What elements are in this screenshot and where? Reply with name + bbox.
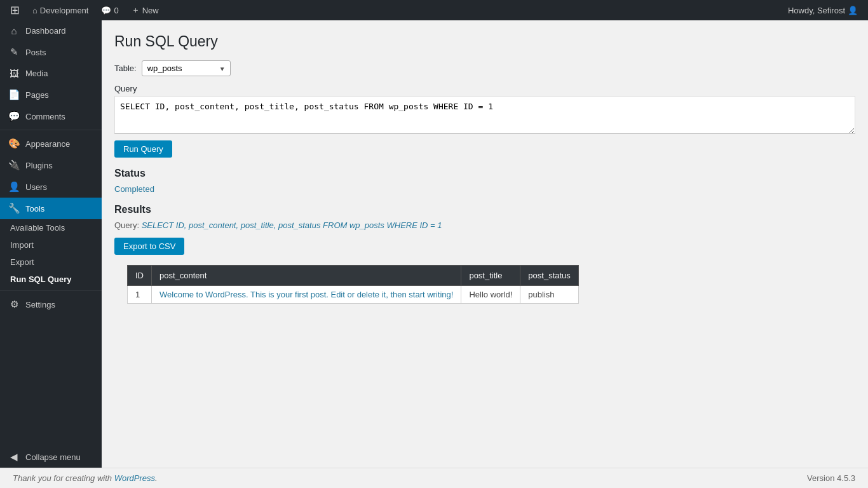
collapse-icon: ◀ bbox=[8, 451, 20, 463]
table-row: 1 Welcome to WordPress. This is your fir… bbox=[128, 286, 579, 304]
comments-button[interactable]: 💬 0 bbox=[96, 0, 123, 20]
cell-post-content: Welcome to WordPress. This is your first… bbox=[152, 286, 461, 304]
query-display: Query: SELECT ID, post_content, post_tit… bbox=[114, 220, 855, 230]
results-title: Results bbox=[114, 204, 855, 215]
query-display-text: SELECT ID, post_content, post_title, pos… bbox=[142, 220, 442, 230]
collapse-label: Collapse menu bbox=[25, 452, 81, 462]
sidebar-item-pages[interactable]: 📄 Pages bbox=[0, 84, 102, 105]
sidebar-item-label: Pages bbox=[25, 90, 49, 100]
export-to-csv-button[interactable]: Export to CSV bbox=[114, 238, 184, 255]
query-label: Query bbox=[114, 84, 855, 93]
sidebar-divider bbox=[0, 130, 102, 130]
new-content-button[interactable]: ＋ New bbox=[126, 0, 164, 20]
site-name: Development bbox=[40, 6, 89, 15]
sidebar-item-label: Users bbox=[25, 182, 47, 192]
sidebar-item-users[interactable]: 👤 Users bbox=[0, 176, 102, 198]
user-avatar-icon: 👤 bbox=[848, 6, 858, 15]
sidebar-item-label: Tools bbox=[25, 204, 44, 214]
sidebar-item-dashboard[interactable]: ⌂ Dashboard bbox=[0, 20, 102, 41]
user-greeting[interactable]: Howdy, Sefirost 👤 bbox=[783, 0, 863, 20]
table-select[interactable]: wp_posts bbox=[142, 60, 231, 76]
appearance-icon: 🎨 bbox=[8, 138, 20, 149]
plugins-icon: 🔌 bbox=[8, 159, 20, 171]
users-icon: 👤 bbox=[8, 181, 20, 193]
posts-icon: ✎ bbox=[8, 46, 20, 58]
table-header: ID post_content post_title post_status bbox=[128, 266, 579, 286]
admin-bar: ⊞ ⌂ Development 💬 0 ＋ New Howdy, Sefiros… bbox=[0, 0, 868, 20]
sidebar-sub-export[interactable]: Export bbox=[0, 254, 102, 271]
sidebar-item-label: Dashboard bbox=[25, 26, 66, 36]
sidebar-divider-2 bbox=[0, 290, 102, 291]
table-label: Table: bbox=[114, 64, 137, 73]
col-post-title: post_title bbox=[461, 266, 520, 286]
plus-icon: ＋ bbox=[132, 4, 140, 16]
footer-wordpress-link[interactable]: WordPress bbox=[114, 473, 155, 483]
sidebar-item-label: Posts bbox=[25, 48, 46, 57]
table-selector-row: Table: wp_posts bbox=[114, 60, 855, 76]
home-icon: ⌂ bbox=[32, 6, 37, 15]
sidebar-item-label: Media bbox=[25, 69, 48, 78]
sidebar-item-label: Settings bbox=[25, 300, 55, 309]
col-post-status: post_status bbox=[520, 266, 579, 286]
comments-icon: 💬 bbox=[101, 6, 111, 15]
sidebar-item-label: Appearance bbox=[25, 139, 70, 149]
cell-post-title: Hello world! bbox=[461, 286, 520, 304]
sidebar-sub-available-tools[interactable]: Available Tools bbox=[0, 219, 102, 236]
wp-logo-button[interactable]: ⊞ bbox=[5, 0, 25, 20]
sidebar-item-posts[interactable]: ✎ Posts bbox=[0, 41, 102, 63]
new-label: New bbox=[142, 6, 159, 15]
comments-count: 0 bbox=[114, 6, 118, 15]
sidebar-item-label: Plugins bbox=[25, 161, 53, 170]
col-post-content: post_content bbox=[152, 266, 461, 286]
footer-text: Thank you for creating with WordPress. bbox=[13, 473, 158, 483]
media-icon: 🖼 bbox=[8, 68, 20, 79]
available-tools-label: Available Tools bbox=[10, 223, 65, 233]
status-title: Status bbox=[114, 168, 855, 179]
comments-icon: 💬 bbox=[8, 111, 20, 122]
query-textarea[interactable] bbox=[114, 96, 855, 134]
tools-icon: 🔧 bbox=[8, 203, 20, 214]
sidebar-item-media[interactable]: 🖼 Media bbox=[0, 63, 102, 84]
sidebar-sub-import[interactable]: Import bbox=[0, 236, 102, 254]
table-body: 1 Welcome to WordPress. This is your fir… bbox=[128, 286, 579, 304]
sidebar-sub-run-sql-query[interactable]: Run SQL Query bbox=[0, 271, 102, 288]
sidebar-item-label: Comments bbox=[25, 112, 65, 121]
sidebar-item-appearance[interactable]: 🎨 Appearance bbox=[0, 133, 102, 154]
results-table: ID post_content post_title post_status 1… bbox=[127, 265, 579, 304]
footer-thank-you: Thank you for creating with WordPress. bbox=[13, 473, 158, 483]
table-header-row: ID post_content post_title post_status bbox=[128, 266, 579, 286]
table-select-wrapper[interactable]: wp_posts bbox=[142, 60, 231, 76]
main-content: Run SQL Query Table: wp_posts Query Run … bbox=[102, 20, 868, 468]
export-label: Export bbox=[10, 257, 34, 267]
sidebar-item-comments[interactable]: 💬 Comments bbox=[0, 105, 102, 127]
cell-id: 1 bbox=[128, 286, 152, 304]
site-name-button[interactable]: ⌂ Development bbox=[27, 0, 93, 20]
col-id: ID bbox=[128, 266, 152, 286]
page-title: Run SQL Query bbox=[114, 33, 855, 50]
sidebar-item-tools[interactable]: 🔧 Tools bbox=[0, 198, 102, 219]
sidebar-item-plugins[interactable]: 🔌 Plugins bbox=[0, 154, 102, 176]
cell-post-status: publish bbox=[520, 286, 579, 304]
sidebar-item-settings[interactable]: ⚙ Settings bbox=[0, 294, 102, 315]
pages-icon: 📄 bbox=[8, 89, 20, 100]
settings-icon: ⚙ bbox=[8, 299, 20, 310]
run-sql-query-label: Run SQL Query bbox=[10, 274, 72, 284]
run-query-button[interactable]: Run Query bbox=[114, 140, 172, 158]
footer-version: Version 4.5.3 bbox=[807, 473, 855, 483]
user-name: Howdy, Sefirost bbox=[788, 6, 845, 15]
collapse-menu-button[interactable]: ◀ Collapse menu bbox=[0, 446, 102, 468]
import-label: Import bbox=[10, 240, 34, 250]
sidebar: ⌂ Dashboard ✎ Posts 🖼 Media 📄 Pages 💬 Co… bbox=[0, 20, 102, 468]
dashboard-icon: ⌂ bbox=[8, 25, 20, 36]
wp-logo-icon: ⊞ bbox=[10, 3, 20, 17]
results-section: Results Query: SELECT ID, post_content, … bbox=[114, 204, 855, 304]
status-value: Completed bbox=[114, 184, 855, 194]
footer: Thank you for creating with WordPress. V… bbox=[0, 468, 868, 488]
